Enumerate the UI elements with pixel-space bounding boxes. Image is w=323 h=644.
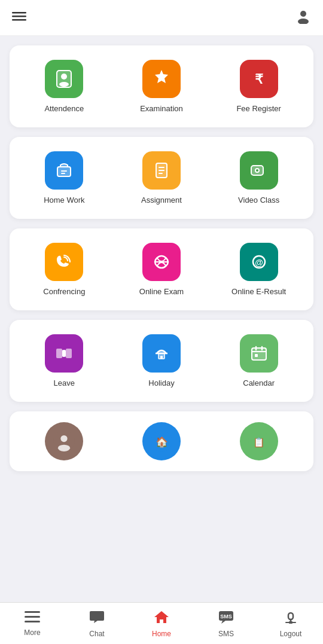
nav-item-logout[interactable]: Logout: [273, 609, 309, 638]
svg-rect-15: [159, 173, 163, 174]
examination-label: Examination: [140, 104, 183, 113]
hamburger-icon[interactable]: [12, 9, 26, 27]
video-class-icon-wrap: [240, 151, 278, 190]
examination-icon-wrap: [142, 60, 181, 98]
menu-item-holiday[interactable]: Holiday: [132, 334, 191, 387]
top-bar: [0, 0, 323, 36]
svg-rect-13: [159, 167, 164, 168]
bottom-nav: More Chat Home SMS SMS: [0, 602, 323, 644]
svg-text:🏠: 🏠: [155, 436, 168, 448]
menu-item-calendar[interactable]: Calendar: [229, 334, 289, 387]
card-partial: 🏠 📋: [10, 411, 313, 471]
logout-icon: [283, 609, 298, 628]
card-2: Home Work Assignment Video: [10, 137, 313, 219]
menu-item-attendence[interactable]: Attendence: [34, 60, 94, 113]
svg-rect-39: [25, 616, 40, 618]
svg-text:₹: ₹: [255, 72, 264, 87]
nav-item-home[interactable]: Home: [144, 609, 179, 638]
card-3: Confrencing Online Exam @ Online E-Resu: [10, 228, 313, 310]
conferencing-label: Confrencing: [43, 287, 85, 296]
assignment-icon-wrap: [142, 151, 181, 190]
menu-item-online-exam[interactable]: Online Exam: [132, 243, 191, 296]
attendence-icon-wrap: [45, 60, 83, 98]
menu-item-partial-3[interactable]: 📋: [229, 422, 289, 460]
more-label: More: [24, 628, 40, 637]
svg-rect-22: [56, 349, 62, 358]
calendar-icon-wrap: [240, 334, 278, 373]
menu-item-partial-2[interactable]: 🏠: [132, 422, 191, 460]
card-4: Leave Holiday: [10, 320, 313, 402]
main-content: Attendence Examination ₹ Fee Register: [0, 36, 323, 519]
logout-label: Logout: [280, 630, 302, 638]
nav-item-sms[interactable]: SMS SMS: [208, 609, 244, 638]
nav-item-more[interactable]: More: [14, 611, 50, 637]
sms-icon: SMS: [218, 609, 234, 628]
chat-label: Chat: [89, 630, 104, 638]
menu-item-conferencing[interactable]: Confrencing: [34, 243, 94, 296]
menu-item-online-eresult[interactable]: @ Online E-Result: [229, 243, 289, 296]
menu-item-video-class[interactable]: Video Class: [229, 151, 289, 205]
online-exam-label: Online Exam: [139, 287, 184, 296]
svg-point-33: [58, 445, 70, 451]
sms-label: SMS: [218, 630, 234, 638]
online-eresult-icon-wrap: @: [240, 243, 278, 281]
homework-icon-wrap: [45, 151, 83, 190]
menu-item-homework[interactable]: Home Work: [34, 151, 94, 205]
online-exam-icon-wrap: [142, 243, 181, 281]
partial-3-icon-wrap: 📋: [240, 422, 278, 460]
home-icon: [154, 609, 169, 628]
calendar-label: Calendar: [243, 379, 275, 387]
svg-point-32: [61, 435, 68, 442]
partial-2-icon-wrap: 🏠: [142, 422, 181, 460]
svg-rect-10: [61, 170, 67, 172]
svg-rect-2: [12, 19, 26, 21]
svg-point-6: [61, 74, 67, 80]
holiday-label: Holiday: [148, 379, 174, 387]
conferencing-icon-wrap: [45, 243, 83, 281]
svg-rect-26: [252, 348, 266, 360]
partial-1-icon-wrap: [45, 422, 83, 460]
svg-rect-14: [159, 170, 164, 171]
holiday-icon-wrap: [142, 334, 181, 373]
fee-register-label: Fee Register: [236, 104, 281, 113]
menu-item-partial-1[interactable]: [34, 422, 94, 460]
video-class-label: Video Class: [238, 196, 279, 205]
svg-rect-30: [255, 354, 258, 357]
menu-item-assignment[interactable]: Assignment: [132, 151, 191, 205]
svg-rect-40: [25, 621, 40, 622]
svg-rect-11: [61, 173, 65, 174]
nav-item-chat[interactable]: Chat: [79, 609, 115, 638]
chat-icon: [89, 609, 105, 628]
menu-item-leave[interactable]: Leave: [34, 334, 94, 387]
svg-text:SMS: SMS: [220, 614, 232, 619]
svg-point-3: [300, 11, 306, 17]
leave-label: Leave: [54, 379, 75, 387]
svg-rect-25: [160, 356, 163, 359]
svg-rect-23: [66, 349, 72, 358]
home-label: Home: [152, 630, 171, 638]
svg-text:📋: 📋: [253, 437, 265, 448]
menu-item-examination[interactable]: Examination: [132, 60, 191, 113]
svg-point-4: [298, 19, 309, 24]
online-eresult-label: Online E-Result: [231, 287, 286, 296]
svg-point-18: [256, 169, 258, 172]
attendence-label: Attendence: [44, 104, 84, 113]
svg-point-7: [59, 82, 69, 87]
svg-rect-38: [25, 611, 40, 613]
profile-icon[interactable]: [295, 8, 311, 28]
svg-rect-43: [288, 613, 293, 619]
homework-label: Home Work: [44, 196, 84, 205]
leave-icon-wrap: [45, 334, 83, 373]
card-1: Attendence Examination ₹ Fee Register: [10, 45, 313, 127]
svg-rect-0: [12, 12, 26, 14]
more-icon: [25, 611, 40, 627]
assignment-label: Assignment: [141, 196, 182, 205]
svg-rect-1: [12, 16, 26, 17]
svg-text:@: @: [255, 258, 263, 267]
menu-item-fee-register[interactable]: ₹ Fee Register: [229, 60, 289, 113]
fee-register-icon-wrap: ₹: [240, 60, 278, 98]
